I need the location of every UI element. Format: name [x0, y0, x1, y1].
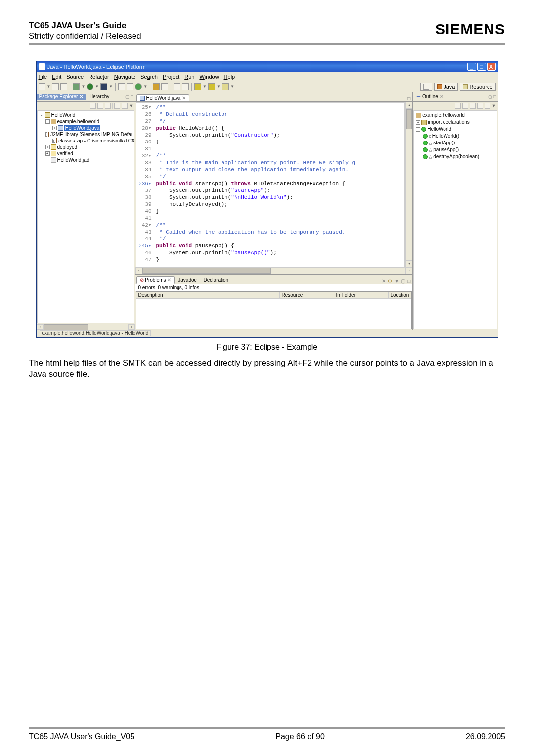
close-icon[interactable]: ✕: [167, 277, 171, 283]
col-resource[interactable]: Resource: [280, 292, 334, 298]
outline-package[interactable]: example.helloworld: [415, 112, 495, 119]
close-icon[interactable]: ✕: [79, 94, 83, 99]
view-menu-dropdown-icon[interactable]: ▼: [129, 103, 134, 108]
toolbar: ▼ ▼ ▼ ▼ ▼ ▼ ▼ ▼: [37, 81, 498, 92]
menu-project[interactable]: Project: [163, 74, 179, 80]
view-menu-icon[interactable]: ▼: [394, 278, 399, 284]
tree-javafile[interactable]: +HelloWorld.java: [39, 125, 133, 131]
window-titlebar[interactable]: Java - HelloWorld.java - Eclipse Platfor…: [37, 61, 498, 72]
menu-navigate[interactable]: Navigate: [114, 74, 135, 80]
close-button[interactable]: X: [487, 63, 496, 71]
menu-refactor[interactable]: Refactor: [89, 74, 109, 80]
maximize-button[interactable]: □: [477, 63, 486, 71]
tab-declaration[interactable]: Declaration: [200, 276, 232, 284]
col-location[interactable]: Location: [389, 292, 412, 298]
footer-right: 26.09.2005: [466, 732, 505, 741]
tree-deployed[interactable]: +deployed: [39, 144, 133, 150]
perspective-java[interactable]: Java: [434, 83, 458, 91]
maximize-view-icon[interactable]: □: [407, 278, 410, 284]
outline-constructor[interactable]: cHelloWorld(): [415, 133, 495, 140]
menu-search[interactable]: Search: [140, 74, 158, 80]
new-package-icon[interactable]: [127, 83, 134, 90]
tab-problems[interactable]: ⊘ Problems ✕: [136, 276, 175, 284]
package-explorer-view: Package Explorer✕ Hierarchy ▢ □ ▼ -Hello…: [37, 92, 135, 330]
minimize-button[interactable]: _: [467, 63, 476, 71]
tree-classes-zip[interactable]: +classes.zip - C:\siemens\smtk\TC65: [39, 138, 133, 144]
footer-divider: [29, 727, 505, 729]
hide-static-icon[interactable]: [470, 103, 476, 109]
hide-local-icon[interactable]: [485, 103, 490, 109]
source-editor[interactable]: 25▾ 26 27 28▾ 29 30 31 32▾ 33 34 35 ➪36▾…: [136, 102, 405, 267]
filter-menu-icon[interactable]: ⚙: [388, 278, 392, 284]
col-infolder[interactable]: In Folder: [334, 292, 389, 298]
menu-help[interactable]: Help: [224, 74, 235, 80]
menu-run[interactable]: Run: [184, 74, 194, 80]
tab-hierarchy[interactable]: Hierarchy: [86, 94, 112, 100]
tree-verified[interactable]: +verified: [39, 150, 133, 157]
print-icon[interactable]: [60, 83, 67, 90]
header-divider: [29, 43, 505, 45]
fwd-nav-icon[interactable]: [97, 103, 103, 109]
back-icon[interactable]: [208, 83, 215, 90]
run-icon[interactable]: [87, 83, 93, 90]
link-editor-icon[interactable]: [122, 103, 128, 109]
filter-icon[interactable]: ✕: [382, 278, 386, 284]
outline-pauseapp[interactable]: △pauseApp(): [415, 146, 495, 153]
search-icon[interactable]: [161, 83, 168, 90]
sort-icon[interactable]: [455, 103, 461, 109]
annotation-prev-icon[interactable]: [174, 83, 180, 90]
new-class-icon[interactable]: [135, 83, 142, 90]
minimize-view-icon[interactable]: ▢: [401, 278, 405, 284]
open-type-icon[interactable]: [153, 83, 160, 90]
ext-tools-icon[interactable]: [100, 83, 107, 90]
tab-outline[interactable]: ☰ Outline ✕: [414, 94, 445, 100]
col-description[interactable]: Description: [136, 292, 280, 298]
view-controls-icon[interactable]: ▢ □: [488, 94, 498, 99]
tree-project[interactable]: -HelloWorld: [39, 112, 133, 118]
outline-destroyapp[interactable]: △destroyApp(boolean): [415, 153, 495, 160]
status-bar: example.helloworld.HelloWorld.java - Hel…: [37, 330, 498, 337]
menu-window[interactable]: Window: [199, 74, 219, 80]
open-perspective-button[interactable]: [420, 83, 432, 91]
close-icon[interactable]: ✕: [440, 94, 444, 99]
menu-source[interactable]: Source: [66, 74, 84, 80]
maximize-editor-icon[interactable]: □: [405, 96, 412, 101]
editor-tab-helloworld[interactable]: HelloWorld.java✕: [136, 94, 190, 101]
tree-j2me-lib[interactable]: -J2ME library [Siemens IMP-NG Default D: [39, 131, 133, 138]
problems-table[interactable]: Description Resource In Folder Location: [136, 291, 412, 329]
problems-summary: 0 errors, 0 warnings, 0 infos: [135, 284, 413, 291]
view-menu-icon[interactable]: ▢ □: [125, 94, 135, 99]
menu-edit[interactable]: Edit: [52, 74, 61, 80]
new-icon[interactable]: [39, 83, 45, 90]
figure-caption: Figure 37: Eclipse - Example: [29, 343, 505, 352]
tab-javadoc[interactable]: Javadoc: [175, 276, 200, 284]
horizontal-scrollbar[interactable]: ‹ ›: [37, 324, 135, 330]
hide-nonpublic-icon[interactable]: [477, 103, 483, 109]
tree-package[interactable]: -example.helloworld: [39, 118, 133, 125]
close-icon[interactable]: ✕: [182, 95, 186, 101]
new-project-icon[interactable]: [118, 83, 125, 90]
collapse-icon[interactable]: [114, 103, 120, 109]
vertical-scrollbar[interactable]: ▴ ▾: [405, 102, 412, 267]
window-title: Java - HelloWorld.java - Eclipse Platfor…: [47, 64, 146, 70]
outline-startapp[interactable]: △startApp(): [415, 140, 495, 146]
editor-code[interactable]: /** * Default constructor */ public Hell…: [154, 103, 405, 267]
forward-icon[interactable]: [222, 83, 229, 90]
outline-view: ☰ Outline ✕ ▢ □ ▼ example.helloworld +im…: [412, 92, 497, 330]
last-edit-icon[interactable]: [194, 83, 201, 90]
editor-horizontal-scrollbar[interactable]: ‹ ›: [135, 267, 413, 274]
up-nav-icon[interactable]: [105, 103, 111, 109]
save-icon[interactable]: [52, 83, 59, 90]
back-nav-icon[interactable]: [90, 103, 96, 109]
outline-menu-icon[interactable]: ▼: [492, 103, 496, 108]
debug-icon[interactable]: [73, 83, 80, 90]
outline-imports[interactable]: +import declarations: [415, 119, 495, 126]
tree-jad[interactable]: HelloWorld.jad: [39, 157, 133, 163]
tab-package-explorer[interactable]: Package Explorer✕: [37, 94, 86, 100]
menu-file[interactable]: File: [39, 74, 47, 80]
hide-fields-icon[interactable]: [462, 103, 468, 109]
annotation-next-icon[interactable]: [182, 83, 189, 90]
outline-class[interactable]: -HelloWorld: [415, 126, 495, 133]
body-paragraph: The html help files of the SMTK can be a…: [29, 358, 505, 379]
perspective-resource[interactable]: Resource: [460, 83, 495, 91]
